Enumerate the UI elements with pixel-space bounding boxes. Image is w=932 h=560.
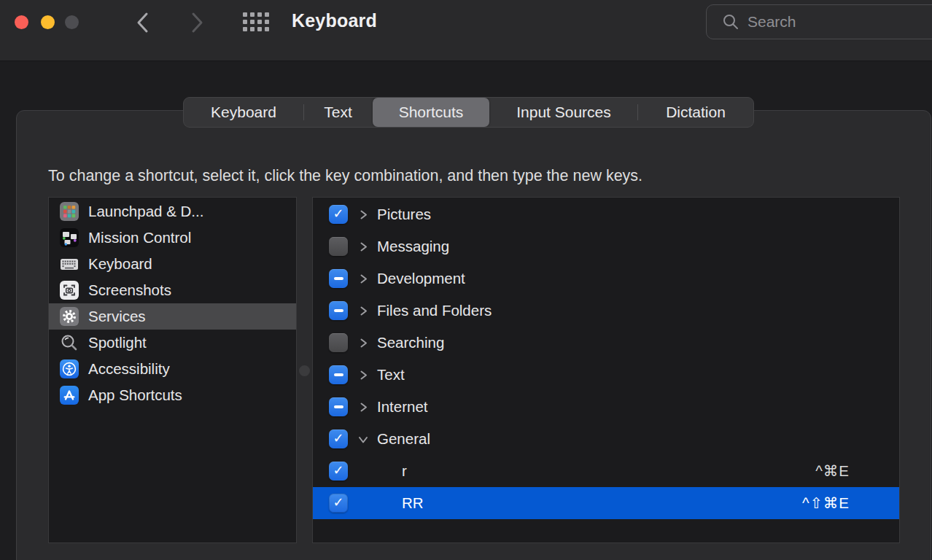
tab-bar: Keyboard Text Shortcuts Input Sources Di… — [183, 97, 754, 128]
apps-grid-icon — [243, 12, 270, 32]
spotlight-icon — [60, 333, 79, 352]
checkbox[interactable] — [329, 301, 348, 320]
sidebar-item-keyboard[interactable]: Keyboard — [49, 251, 296, 277]
service-label: General — [377, 430, 430, 448]
checkbox[interactable] — [329, 237, 348, 256]
service-row-development[interactable]: Development — [313, 262, 899, 295]
sidebar-item-label: Launchpad & D... — [88, 203, 203, 220]
shortcut-categories-list: Launchpad & D... Mission Control Keyboar… — [48, 197, 297, 543]
sidebar-item-label: Mission Control — [88, 229, 191, 246]
service-label: r — [402, 462, 407, 480]
accessibility-icon — [60, 359, 79, 378]
show-all-preferences-button[interactable] — [242, 8, 270, 36]
service-row-rr[interactable]: RR ^⇧⌘E — [313, 487, 899, 519]
service-row-files-and-folders[interactable]: Files and Folders — [313, 295, 899, 327]
sidebar-item-label: App Shortcuts — [88, 386, 182, 404]
tab-keyboard[interactable]: Keyboard — [184, 98, 303, 127]
sidebar-item-mission-control[interactable]: Mission Control — [49, 225, 296, 251]
disclosure-chevron-icon[interactable] — [357, 338, 370, 349]
service-label: Internet — [377, 398, 428, 416]
sidebar-item-spotlight[interactable]: Spotlight — [49, 330, 296, 356]
service-row-text[interactable]: Text — [313, 359, 899, 391]
service-label: Files and Folders — [377, 302, 492, 319]
keyboard-icon — [60, 254, 79, 273]
service-row-general[interactable]: General — [313, 423, 899, 455]
checkbox[interactable] — [329, 494, 348, 513]
tab-shortcuts[interactable]: Shortcuts — [373, 98, 489, 127]
checkbox[interactable] — [329, 429, 348, 448]
app-shortcuts-icon — [60, 386, 79, 405]
tab-label: Shortcuts — [399, 104, 464, 121]
search-input[interactable] — [746, 12, 909, 31]
service-label: Text — [377, 366, 405, 384]
sidebar-item-label: Screenshots — [88, 281, 171, 299]
sidebar-item-label: Keyboard — [88, 255, 152, 273]
service-row-searching[interactable]: Searching — [313, 327, 899, 359]
checkbox[interactable] — [329, 269, 348, 288]
services-list: Pictures Messaging Development Files and… — [312, 197, 900, 543]
disclosure-chevron-icon[interactable] — [357, 402, 370, 413]
screenshots-icon — [60, 281, 79, 300]
shortcut-keys: ^⇧⌘E — [802, 494, 850, 512]
service-label: RR — [402, 494, 424, 512]
service-label: Pictures — [377, 206, 431, 223]
service-label: Searching — [377, 334, 444, 351]
search-icon — [723, 14, 739, 30]
sidebar-item-accessibility[interactable]: Accessibility — [49, 356, 296, 382]
disclosure-chevron-icon[interactable] — [357, 241, 370, 252]
keyboard-preferences-window: Keyboard Keyboard Text Shortcuts Input S… — [0, 0, 932, 560]
disclosure-chevron-icon[interactable] — [357, 273, 370, 284]
title-bar: Keyboard — [0, 0, 932, 61]
sidebar-item-app-shortcuts[interactable]: App Shortcuts — [49, 382, 296, 408]
checkbox[interactable] — [329, 365, 348, 384]
service-row-pictures[interactable]: Pictures — [313, 198, 899, 230]
checkbox[interactable] — [329, 462, 348, 481]
disclosure-chevron-icon[interactable] — [358, 432, 369, 446]
close-window-button[interactable] — [15, 15, 28, 29]
sidebar-item-label: Spotlight — [88, 334, 147, 351]
chevron-right-icon — [187, 11, 205, 34]
forward-button[interactable] — [187, 10, 206, 35]
service-row-r[interactable]: r ^⌘E — [313, 455, 899, 487]
service-row-messaging[interactable]: Messaging — [313, 230, 899, 262]
column-resize-handle[interactable] — [299, 365, 310, 376]
instruction-text: To change a shortcut, select it, click t… — [48, 167, 642, 185]
zoom-window-button[interactable] — [65, 15, 79, 29]
launchpad-icon — [60, 202, 79, 221]
tab-label: Text — [324, 104, 352, 121]
tab-label: Input Sources — [516, 104, 611, 121]
tab-label: Dictation — [666, 104, 726, 121]
services-gear-icon — [60, 307, 79, 326]
disclosure-chevron-icon[interactable] — [357, 306, 370, 316]
disclosure-chevron-icon[interactable] — [357, 209, 370, 220]
window-title: Keyboard — [292, 10, 377, 31]
service-label: Development — [377, 270, 465, 287]
sidebar-item-label: Accessibility — [88, 360, 170, 378]
tab-text[interactable]: Text — [304, 98, 372, 127]
back-button[interactable] — [134, 10, 153, 35]
shortcut-keys: ^⌘E — [815, 462, 850, 480]
checkbox[interactable] — [329, 397, 348, 416]
service-label: Messaging — [377, 238, 449, 255]
tab-label: Keyboard — [211, 104, 276, 121]
checkbox[interactable] — [329, 333, 348, 352]
minimize-window-button[interactable] — [41, 15, 55, 29]
search-field[interactable] — [706, 4, 932, 39]
mission-control-icon — [60, 228, 79, 247]
service-row-internet[interactable]: Internet — [313, 391, 899, 423]
chevron-left-icon — [135, 11, 152, 34]
tab-dictation[interactable]: Dictation — [638, 98, 753, 127]
tab-input-sources[interactable]: Input Sources — [490, 98, 637, 127]
sidebar-item-services[interactable]: Services — [49, 303, 296, 330]
disclosure-chevron-icon[interactable] — [357, 370, 370, 381]
sidebar-item-label: Services — [88, 308, 146, 325]
checkbox[interactable] — [329, 205, 348, 224]
sidebar-item-launchpad-dock[interactable]: Launchpad & D... — [49, 198, 296, 225]
sidebar-item-screenshots[interactable]: Screenshots — [49, 277, 296, 303]
